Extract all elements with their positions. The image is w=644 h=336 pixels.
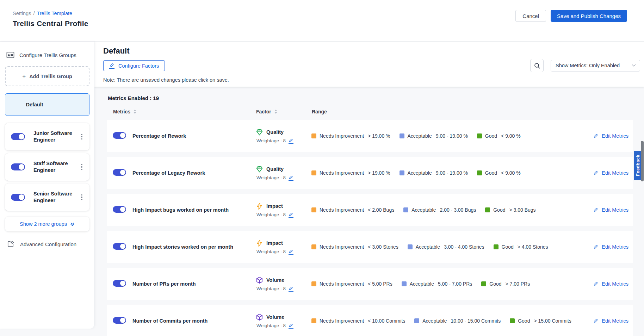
edit-weightage-icon[interactable] [289,175,293,181]
group-card[interactable]: Senior Software Engineer [5,183,89,211]
group-title: Default [103,46,644,56]
sidebar-header: Configure Trellis Groups [5,51,89,58]
metric-enabled-toggle[interactable] [113,317,126,324]
range-value: > 3.00 Bugs [509,207,535,213]
range-color-swatch [477,170,482,175]
metric-row: Number of Commits per month Volume Weigh… [107,305,633,336]
range-chip-acceptable: Acceptable10.00 - 15.00 Commits [414,318,501,324]
metric-name: Number of PRs per month [132,281,256,287]
search-button[interactable] [530,59,544,72]
metric-enabled-toggle[interactable] [113,280,126,287]
group-card[interactable]: Staff Software Engineer [5,153,89,181]
vertical-scrollbar-thumb[interactable] [641,141,644,181]
metric-enabled-toggle[interactable] [113,243,126,250]
show-metrics-filter-dropdown[interactable]: Show Metrics: Only Enabled [551,60,640,71]
column-header-factor[interactable]: Factor [256,109,312,114]
range-chip-needs-improvement: Needs Improvement< 2.00 Bugs [311,207,394,213]
group-card-default[interactable]: Default [5,93,89,116]
range-color-swatch [402,281,407,286]
edit-weightage-icon[interactable] [289,286,293,292]
range-value: < 5.00 PRs [368,281,392,287]
metrics-table-header: Metrics Factor Range [107,109,633,114]
group-enabled-toggle[interactable] [11,163,25,170]
edit-metrics-link[interactable]: Edit Metrics [593,133,628,139]
advanced-configuration-link[interactable]: Advanced Configuration [5,241,89,248]
range-label: Needs Improvement [320,170,364,176]
group-card[interactable]: Junior Software Engineer [5,123,89,150]
quality-gem-icon [256,129,263,136]
add-group-label: Add Trellis Group [29,74,72,79]
edit-metrics-link[interactable]: Edit Metrics [593,207,628,213]
chevron-down-icon [632,64,636,67]
range-value: > 15.00 Commits [534,318,571,324]
sidebar-section-title: Configure Trellis Groups [19,52,76,58]
header-left: Settings / Trellis Template Trellis Cent… [13,10,88,28]
add-trellis-group-button[interactable]: + Add Trellis Group [5,66,89,86]
range-color-swatch [311,170,316,175]
range-label: Needs Improvement [320,318,364,324]
kebab-menu-icon[interactable] [78,193,86,202]
advanced-configuration-label: Advanced Configuration [20,241,76,247]
group-enabled-toggle[interactable] [11,194,25,201]
kebab-menu-icon[interactable] [78,132,86,141]
show-more-groups-button[interactable]: Show 2 more groups [5,217,89,231]
range-label: Good [518,318,530,324]
metric-name: High Impact stories worked on per month [132,244,256,250]
edit-pencil-icon [109,63,114,69]
range-chip-needs-improvement: Needs Improvement> 19.00 % [311,170,390,176]
range-color-swatch [400,133,404,138]
sort-icon[interactable] [134,110,136,114]
range-color-swatch [311,244,316,249]
factor-cell: Impact Weightage : 8 [256,239,311,255]
range-color-swatch [311,207,316,212]
metric-row: Percentage of Legacy Rework Quality Weig… [107,157,633,189]
range-chip-acceptable: Acceptable9.00 - 19.00 % [400,170,468,176]
cancel-button[interactable]: Cancel [515,10,546,22]
factor-cell: Volume Weightage : 8 [256,313,311,329]
range-cell: Needs Improvement< 10.00 CommitsAcceptab… [311,318,579,324]
range-value: < 10.00 Commits [368,318,405,324]
breadcrumb-trellis-template[interactable]: Trellis Template [37,11,72,16]
edit-weightage-icon[interactable] [289,212,293,218]
group-enabled-toggle[interactable] [11,133,25,140]
edit-metrics-label: Edit Metrics [602,133,628,139]
range-label: Needs Improvement [320,133,364,139]
range-label: Good [489,281,501,287]
sort-icon[interactable] [274,110,277,114]
metric-row: Percentage of Rework Quality Weightage :… [107,120,633,152]
save-and-publish-button[interactable]: Save and Publish Changes [551,10,627,22]
group-name: Junior Software Engineer [33,130,78,143]
range-color-swatch [311,133,316,138]
metric-enabled-toggle[interactable] [113,206,126,213]
edit-metrics-link[interactable]: Edit Metrics [593,244,628,250]
range-chip-needs-improvement: Needs Improvement> 19.00 % [311,133,390,139]
trellis-groups-sidebar: Configure Trellis Groups + Add Trellis G… [0,42,94,329]
range-label: Good [485,133,497,139]
range-value: < 2.00 Bugs [368,207,394,213]
edit-metrics-label: Edit Metrics [602,170,628,176]
edit-metrics-link[interactable]: Edit Metrics [593,318,628,324]
range-value: 10.00 - 15.00 Commits [451,318,501,324]
range-value: 9.00 - 19.00 % [436,133,468,139]
metric-enabled-toggle[interactable] [113,132,126,139]
edit-weightage-icon[interactable] [289,138,293,144]
trellis-central-profile-page: Settings / Trellis Template Trellis Cent… [0,0,644,336]
factor-cell: Volume Weightage : 8 [256,276,311,292]
edit-weightage-icon[interactable] [289,323,293,329]
range-label: Acceptable [408,170,432,176]
kebab-menu-icon[interactable] [78,163,86,172]
breadcrumb: Settings / Trellis Template [13,11,88,16]
range-label: Acceptable [416,244,440,250]
edit-metrics-link[interactable]: Edit Metrics [593,281,628,287]
edit-weightage-icon[interactable] [289,249,293,255]
range-chip-needs-improvement: Needs Improvement< 5.00 PRs [311,281,392,287]
factor-label: Quality [266,166,284,172]
range-color-swatch [481,281,486,286]
column-header-range: Range [312,109,633,114]
configure-factors-button[interactable]: Configure Factors [103,60,165,71]
column-header-metrics[interactable]: Metrics [113,109,256,114]
edit-metrics-link[interactable]: Edit Metrics [593,170,628,176]
breadcrumb-settings[interactable]: Settings [13,11,31,16]
metric-enabled-toggle[interactable] [113,169,126,176]
range-color-swatch [400,170,404,175]
